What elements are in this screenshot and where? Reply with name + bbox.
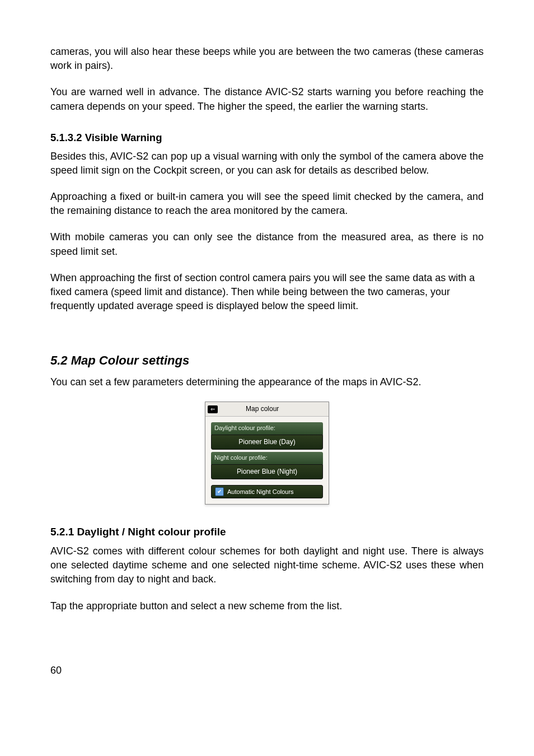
page-number: 60 [50, 664, 484, 678]
daylight-profile-button[interactable]: Pioneer Blue (Day) [211, 435, 323, 450]
paragraph: You are warned well in advance. The dist… [50, 85, 484, 113]
heading-5-1-3-2: 5.1.3.2 Visible Warning [50, 130, 484, 145]
paragraph: You can set a few parameters determining… [50, 375, 484, 389]
paragraph: cameras, you will also hear these beeps … [50, 45, 484, 73]
screen-header: ⇐ Map colour [205, 402, 329, 417]
figure-map-colour-screenshot: ⇐ Map colour Daylight colour profile: Pi… [50, 402, 484, 505]
screen-title: Map colour [246, 404, 279, 414]
night-profile-label: Night colour profile: [211, 452, 323, 464]
back-icon[interactable]: ⇐ [208, 405, 218, 413]
paragraph: Tap the appropriate button and select a … [50, 599, 484, 613]
paragraph: Approaching a fixed or built-in camera y… [50, 190, 484, 218]
paragraph: AVIC-S2 comes with different colour sche… [50, 544, 484, 587]
screen-body: Daylight colour profile: Pioneer Blue (D… [205, 417, 329, 504]
checkbox-checked-icon: ✔ [215, 487, 224, 496]
automatic-night-colours-label: Automatic Night Colours [227, 488, 294, 496]
paragraph: With mobile cameras you can only see the… [50, 230, 484, 258]
paragraph: Besides this, AVIC-S2 can pop up a visua… [50, 150, 484, 178]
night-profile-button[interactable]: Pioneer Blue (Night) [211, 464, 323, 480]
heading-5-2-1: 5.2.1 Daylight / Night colour profile [50, 525, 484, 540]
heading-5-2: 5.2 Map Colour settings [50, 352, 484, 370]
daylight-profile-label: Daylight colour profile: [211, 422, 323, 434]
paragraph: When approaching the first of section co… [50, 271, 484, 314]
device-screen: ⇐ Map colour Daylight colour profile: Pi… [205, 402, 329, 505]
automatic-night-colours-toggle[interactable]: ✔ Automatic Night Colours [211, 485, 323, 498]
